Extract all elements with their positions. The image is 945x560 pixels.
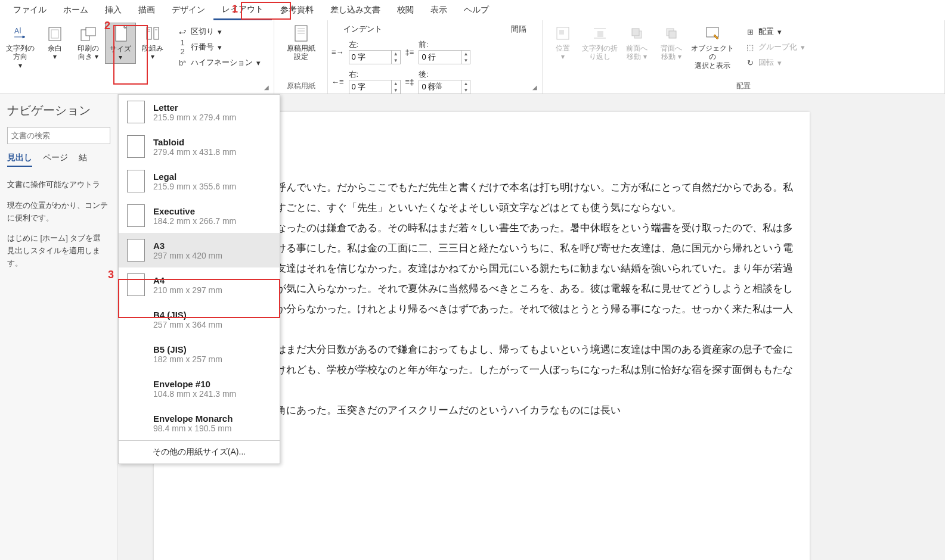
spacing-before-up[interactable]: ▲ — [461, 51, 470, 57]
menu-help[interactable]: ヘルプ — [456, 1, 497, 19]
size-item-tabloid[interactable]: Tabloid279.4 mm x 431.8 mm — [119, 129, 280, 164]
orientation-label: 印刷の向き ▾ — [78, 44, 99, 61]
align-button[interactable]: ⊞配置 ▾ — [740, 25, 810, 38]
svg-rect-23 — [669, 31, 676, 38]
size-label: A3 — [153, 241, 222, 251]
group-manuscript: 原稿用紙設定 原稿用紙 — [274, 20, 328, 94]
manuscript-button[interactable]: 原稿用紙設定 — [278, 23, 324, 63]
size-dims: 257 mm x 364 mm — [153, 320, 222, 329]
menu-insert[interactable]: 挿入 — [97, 1, 130, 19]
paragraph-launcher[interactable]: ◢ — [532, 84, 540, 91]
backward-icon — [662, 24, 681, 43]
text-direction-icon: A — [11, 24, 30, 43]
svg-rect-16 — [559, 30, 564, 35]
svg-rect-4 — [86, 27, 95, 36]
rotate-label: 回転 — [758, 57, 774, 68]
backward-button: 背面へ移動 ▾ — [655, 23, 688, 63]
indent-left-icon: ≡→ — [331, 48, 344, 57]
size-label: B5 (JIS) — [153, 344, 222, 354]
size-item-legal[interactable]: Legal215.9 mm x 355.6 mm — [119, 164, 280, 198]
indent-left-up[interactable]: ▲ — [392, 51, 400, 57]
menu-review[interactable]: 校閲 — [389, 1, 422, 19]
page-setup-launcher[interactable]: ◢ — [264, 84, 271, 91]
line-numbers-icon: 12 — [178, 42, 187, 52]
forward-icon — [627, 24, 646, 43]
selection-pane-button[interactable]: オブジェクトの選択と表示 — [689, 23, 736, 71]
menu-file[interactable]: ファイル — [5, 1, 55, 19]
wrap-icon — [590, 24, 609, 43]
size-label: Envelope #10 — [153, 379, 236, 389]
indent-right-label: 右: — [349, 70, 359, 79]
svg-rect-17 — [597, 31, 603, 37]
nav-help-text-1: 文書に操作可能なアウトラ — [7, 179, 110, 191]
nav-tab-results[interactable]: 結 — [79, 153, 87, 167]
size-label: Executive — [153, 206, 236, 216]
indent-left-down[interactable]: ▼ — [392, 57, 400, 64]
position-button: 位置▾ — [546, 23, 580, 63]
size-item-monarch[interactable]: Envelope Monarch98.4 mm x 190.5 mm — [119, 406, 280, 440]
nav-tab-headings[interactable]: 見出し — [7, 153, 32, 167]
navigation-tabs: 見出し ページ 結 — [7, 153, 110, 167]
page-icon — [127, 204, 145, 227]
size-item-letter[interactable]: Letter215.9 mm x 279.4 mm — [119, 95, 280, 129]
size-item-env10[interactable]: Envelope #10104.8 mm x 241.3 mm — [119, 371, 280, 406]
selection-pane-label: オブジェクトの選択と表示 — [690, 44, 735, 70]
menu-design[interactable]: デザイン — [163, 1, 213, 19]
spacing-before-label: 前: — [419, 40, 429, 49]
size-label: Tabloid — [153, 137, 236, 147]
menu-draw[interactable]: 描画 — [130, 1, 163, 19]
forward-label: 前面へ移動 ▾ — [626, 44, 647, 61]
size-item-executive[interactable]: Executive184.2 mm x 266.7 mm — [119, 198, 280, 233]
menubar: ファイル ホーム 挿入 描画 デザイン レイアウト 参考資料 差し込み文書 校閲… — [0, 0, 945, 20]
size-dims: 215.9 mm x 355.6 mm — [153, 182, 236, 191]
position-icon — [553, 24, 572, 43]
size-label: Envelope Monarch — [153, 413, 233, 424]
backward-label: 背面へ移動 ▾ — [661, 44, 682, 61]
group-icon: ⬚ — [745, 42, 755, 52]
nav-help-text-3: はじめに [ホーム] タブを選見出しスタイルを適用します。 — [7, 232, 110, 269]
navigation-pane: ナビゲーション 見出し ページ 結 文書に操作可能なアウトラ 現在の位置がわかり… — [0, 94, 118, 560]
manuscript-label: 原稿用紙設定 — [287, 44, 315, 61]
group-manuscript-label: 原稿用紙 — [274, 81, 327, 91]
margins-icon — [45, 24, 64, 43]
size-dims: 98.4 mm x 190.5 mm — [153, 424, 233, 433]
annotation-2-box — [113, 25, 148, 85]
indent-left-spinner[interactable]: ▲▼ — [349, 50, 401, 64]
margins-button[interactable]: 余白▾ — [38, 23, 72, 63]
indent-left-input[interactable] — [349, 52, 391, 63]
text-direction-label: 文字列の方向▾ — [6, 44, 35, 70]
annotation-1-box — [241, 2, 291, 20]
line-numbers-button[interactable]: 12 行番号 ▾ — [173, 41, 265, 54]
page-icon — [127, 101, 145, 123]
hyphenation-button[interactable]: bᵃ ハイフネーション ▾ — [173, 56, 265, 69]
svg-rect-24 — [707, 27, 718, 37]
more-paper-sizes[interactable]: その他の用紙サイズ(A)... — [119, 440, 280, 463]
hyphenation-icon: bᵃ — [178, 58, 187, 67]
orientation-button[interactable]: 印刷の向き ▾ — [73, 23, 104, 63]
rotate-button: ↻回転 ▾ — [740, 56, 810, 69]
wrap-button: 文字列の折り返し — [581, 23, 619, 63]
annotation-3: 3 — [108, 269, 114, 281]
size-item-b5[interactable]: B5 (JIS)182 mm x 257 mm — [119, 337, 280, 371]
breaks-button[interactable]: ⮐ 区切り ▾ — [173, 25, 265, 38]
group-label: グループ化 — [758, 42, 797, 52]
group-arrange: 位置▾ 文字列の折り返し 前面へ移動 ▾ 背面へ移動 ▾ オブジェクトの選択と表… — [543, 20, 945, 94]
size-dims: 215.9 mm x 279.4 mm — [153, 113, 236, 122]
text-direction-button[interactable]: A 文字列の方向▾ — [4, 23, 37, 71]
menu-home[interactable]: ホーム — [55, 1, 97, 19]
svg-text:A: A — [14, 27, 19, 35]
menu-mailings[interactable]: 差し込み文書 — [322, 1, 389, 19]
spacing-before-down[interactable]: ▼ — [461, 57, 470, 64]
annotation-3-box — [118, 279, 280, 318]
breaks-icon: ⮐ — [178, 27, 187, 36]
spacing-before-input[interactable] — [419, 52, 461, 63]
svg-rect-2 — [51, 30, 58, 38]
indent-left-label: 左: — [349, 40, 359, 49]
menu-view[interactable]: 表示 — [422, 1, 456, 19]
size-dims: 104.8 mm x 241.3 mm — [153, 389, 236, 399]
spacing-before-spinner[interactable]: ▲▼ — [419, 50, 470, 64]
navigation-search-input[interactable] — [7, 127, 110, 144]
size-item-a3[interactable]: A3297 mm x 420 mm — [119, 233, 280, 267]
nav-tab-pages[interactable]: ページ — [43, 153, 68, 167]
size-dims: 184.2 mm x 266.7 mm — [153, 216, 236, 226]
